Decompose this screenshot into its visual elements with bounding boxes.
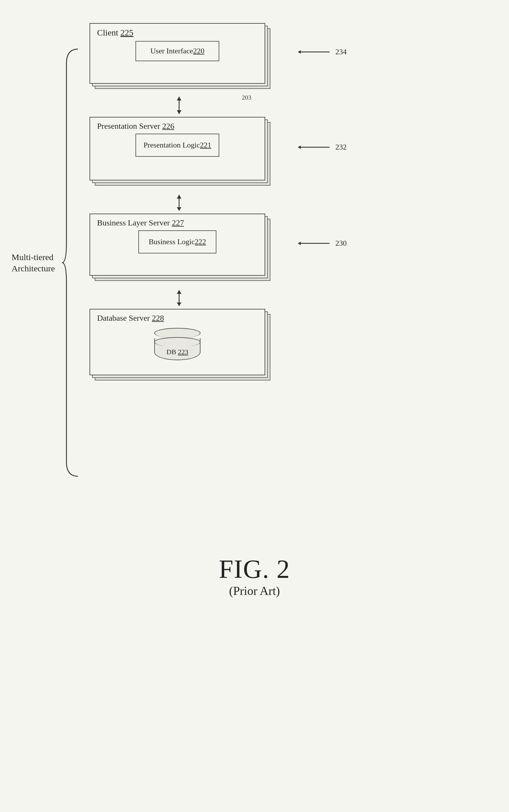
- svg-marker-9: [177, 207, 181, 211]
- svg-marker-8: [177, 195, 181, 198]
- arrow-203-icon: [170, 95, 188, 115]
- svg-marker-4: [177, 110, 181, 114]
- svg-marker-1: [298, 50, 301, 54]
- client-main-box: Client 225 User Interface 220: [90, 23, 265, 84]
- multi-tiered-label: Multi-tiered Architecture: [11, 251, 58, 274]
- presentation-server-label: Presentation Server 226: [97, 121, 174, 131]
- svg-marker-11: [298, 242, 301, 245]
- svg-marker-14: [177, 302, 181, 306]
- svg-marker-6: [298, 146, 301, 149]
- figure-number: FIG. 2: [219, 554, 290, 584]
- presentation-logic-box: Presentation Logic221: [135, 134, 219, 157]
- business-server-label: Business Layer Server 227: [97, 218, 184, 227]
- presentation-stack: Presentation Server 226 Presentation Log…: [90, 117, 277, 192]
- db-label: DB 223: [166, 348, 188, 356]
- biz-main-box: Business Layer Server 227 Business Logic…: [90, 214, 265, 276]
- arrow-biz-db-icon: [170, 289, 188, 307]
- ref-230: 230: [298, 239, 347, 248]
- figure-caption: FIG. 2 (Prior Art): [219, 554, 290, 598]
- user-interface-box: User Interface 220: [135, 41, 219, 61]
- client-server-label: Client 225: [97, 28, 133, 38]
- ref-234: 234: [298, 48, 347, 56]
- ref-232-label: 232: [335, 143, 347, 152]
- db-cylinder: DB 223: [154, 328, 201, 360]
- database-stack: Database Server 228 DB 223: [90, 309, 277, 387]
- cyl-top: [154, 328, 201, 338]
- figure-sub: (Prior Art): [219, 584, 290, 598]
- svg-marker-3: [177, 97, 181, 101]
- ref-230-label: 230: [335, 239, 347, 248]
- client-stack: Client 225 User Interface 220 234: [90, 23, 277, 94]
- arrow-232-icon: [298, 144, 333, 150]
- svg-marker-13: [177, 290, 181, 294]
- brace-icon: [61, 46, 84, 479]
- arrow-pres-to-biz: [90, 192, 269, 214]
- arrow-203-group: 203: [90, 94, 269, 117]
- ref-232: 232: [298, 143, 347, 152]
- brace-label-group: Multi-tiered Architecture: [11, 46, 84, 479]
- pres-main-box: Presentation Server 226 Presentation Log…: [90, 117, 265, 180]
- arrow-pres-biz-icon: [170, 193, 188, 212]
- conn-203-label: 203: [242, 94, 251, 101]
- cyl-body: DB 223: [154, 338, 201, 360]
- database-server-label: Database Server 228: [97, 313, 164, 323]
- db-main-box: Database Server 228 DB 223: [90, 309, 265, 375]
- arrow-230-icon: [298, 241, 333, 246]
- ref-234-label: 234: [335, 48, 347, 56]
- arrow-234-icon: [298, 49, 333, 55]
- diagram-area: Multi-tiered Architecture Client 225 Use…: [0, 0, 509, 549]
- arrow-biz-to-db: [90, 287, 269, 309]
- page: { "diagram": { "brace_label_line1": "Mul…: [0, 0, 509, 812]
- business-stack: Business Layer Server 227 Business Logic…: [90, 214, 277, 287]
- cyl-inner-top: [154, 337, 201, 347]
- business-logic-box: Business Logic222: [138, 230, 216, 253]
